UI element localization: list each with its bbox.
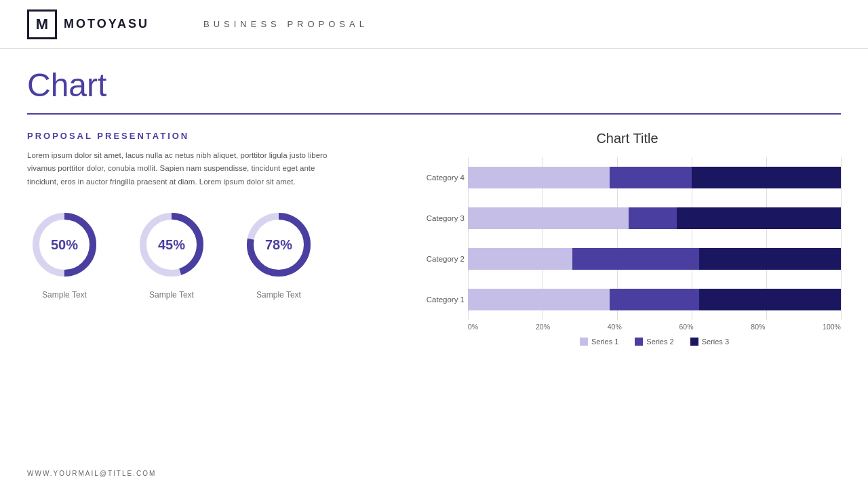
donut-item-2: 78% Sample Text [241, 207, 316, 300]
brand-name: MOTOYASU [64, 17, 149, 31]
x-axis-label: 40% [608, 323, 622, 331]
bars-container: Category 4Category 3Category 2Category 1 [468, 157, 841, 320]
donut-wrapper-2: 78% [241, 207, 316, 282]
body-text: Lorem ipsum dolor sit amet, lacus nulla … [27, 149, 339, 189]
bar-segments [468, 167, 841, 188]
bar-chart-inner: Category 4Category 3Category 2Category 1 [468, 157, 841, 320]
donuts-row: 50% Sample Text 45% Sample Text 78% Samp… [27, 207, 387, 300]
bar-chart: Category 4Category 3Category 2Category 1… [414, 157, 841, 373]
donut-label-0: Sample Text [42, 290, 87, 300]
donut-item-1: 45% Sample Text [134, 207, 209, 300]
donut-item-0: 50% Sample Text [27, 207, 102, 300]
main-content: PROPOSAL PRESENTATION Lorem ipsum dolor … [0, 115, 868, 373]
logo-letter: M [36, 16, 48, 33]
bar-segment [610, 289, 699, 310]
right-panel: Chart Title Category 4Category 3Category… [414, 131, 841, 373]
donut-label-2: Sample Text [256, 290, 301, 300]
bar-segments [468, 248, 841, 270]
donut-wrapper-1: 45% [134, 207, 209, 282]
x-axis-label: 20% [536, 323, 550, 331]
bar-category-label: Category 1 [414, 296, 465, 304]
bar-segment [468, 167, 610, 188]
bar-segment [572, 248, 699, 270]
bar-segment [629, 207, 677, 229]
donut-pct-1: 45% [158, 237, 185, 253]
bar-row: Category 3 [468, 205, 841, 231]
x-axis-label: 60% [679, 323, 694, 331]
bar-segments [468, 207, 841, 229]
bar-segment [468, 207, 629, 229]
legend-label: Series 3 [702, 338, 729, 346]
footer: WWW.YOURMAIL@TITLE.COM [27, 470, 156, 477]
section-title: PROPOSAL PRESENTATION [27, 131, 387, 141]
x-axis-label: 80% [751, 323, 765, 331]
grid-line [841, 157, 842, 320]
bar-category-label: Category 3 [414, 214, 465, 222]
bar-segment [699, 248, 841, 270]
bar-row: Category 2 [468, 246, 841, 272]
donut-pct-0: 50% [51, 237, 78, 253]
bar-segments [468, 289, 841, 310]
logo-box: M [27, 9, 57, 39]
bar-category-label: Category 4 [414, 174, 465, 182]
bar-segment [468, 248, 572, 270]
legend-color-box [635, 338, 643, 346]
bar-segment [699, 289, 841, 310]
header: M MOTOYASU BUSINESS PROPOSAL [0, 0, 868, 49]
donut-pct-2: 78% [265, 237, 292, 253]
legend-label: Series 1 [591, 338, 618, 346]
legend-item: Series 2 [635, 338, 673, 346]
donut-label-1: Sample Text [149, 290, 194, 300]
bar-segment [677, 207, 841, 229]
x-axis-label: 0% [468, 323, 478, 331]
title-area: Chart [0, 49, 868, 113]
left-panel: PROPOSAL PRESENTATION Lorem ipsum dolor … [27, 131, 387, 373]
bar-segment [692, 167, 841, 188]
footer-email: WWW.YOURMAIL@TITLE.COM [27, 470, 156, 477]
header-subtitle: BUSINESS PROPOSAL [203, 19, 368, 29]
legend-color-box [580, 338, 588, 346]
bar-segment [610, 167, 692, 188]
x-axis-label: 100% [823, 323, 841, 331]
page-title: Chart [27, 68, 841, 104]
legend-item: Series 1 [580, 338, 618, 346]
legend: Series 1 Series 2 Series 3 [468, 338, 841, 346]
x-axis: 0%20%40%60%80%100% [468, 323, 841, 331]
legend-label: Series 2 [646, 338, 673, 346]
donut-wrapper-0: 50% [27, 207, 102, 282]
bar-segment [468, 289, 610, 310]
bar-row: Category 1 [468, 287, 841, 312]
chart-title: Chart Title [414, 131, 841, 146]
bar-row: Category 4 [468, 165, 841, 190]
legend-color-box [690, 338, 698, 346]
legend-item: Series 3 [690, 338, 729, 346]
bar-category-label: Category 2 [414, 255, 465, 263]
